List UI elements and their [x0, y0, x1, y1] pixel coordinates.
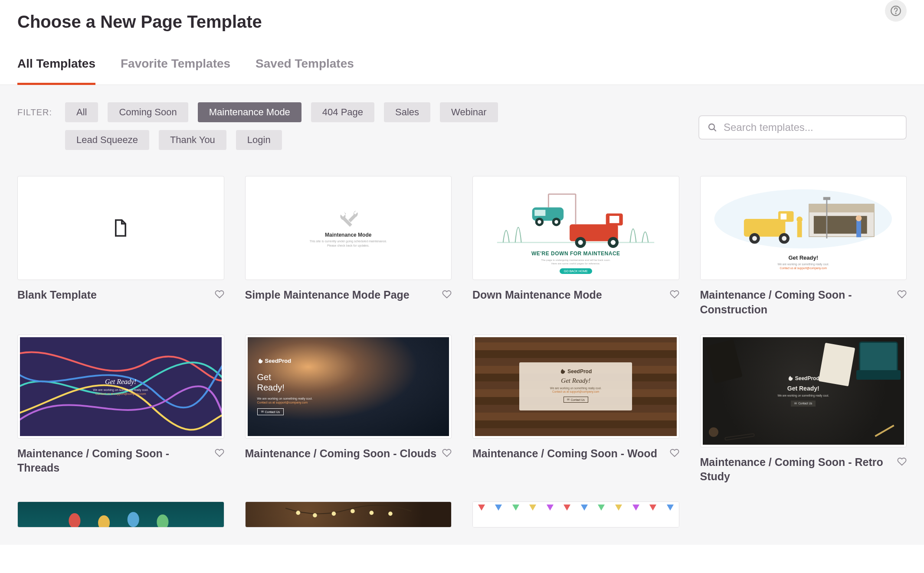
- svg-rect-27: [781, 214, 787, 220]
- svg-point-41: [157, 514, 168, 527]
- preview-heading: GetReady!: [257, 372, 285, 393]
- template-thumbnail-retro-study[interactable]: SeedProd Get Ready! We are working on so…: [700, 335, 907, 447]
- search-input[interactable]: [724, 121, 898, 133]
- svg-point-9: [578, 240, 583, 245]
- preview-link: Contact us at support@company.com: [257, 401, 308, 404]
- filter-chip-login[interactable]: Login: [236, 130, 282, 150]
- tab-saved-templates[interactable]: Saved Templates: [256, 57, 354, 85]
- template-title: Blank Template: [17, 288, 97, 303]
- preview-subtext: The page is undergoing maintenance and w…: [541, 258, 610, 266]
- filter-chip-lead-squeeze[interactable]: Lead Squeeze: [65, 130, 149, 150]
- preview-button: ✉ Contact Us: [564, 397, 588, 403]
- leaf-icon: [257, 358, 263, 364]
- svg-rect-16: [534, 210, 545, 216]
- template-card: [17, 501, 224, 527]
- preview-logo: SeedProd: [257, 358, 292, 364]
- svg-point-38: [69, 513, 80, 527]
- tab-all-templates[interactable]: All Templates: [17, 57, 95, 85]
- template-thumbnail-simple-maintenance[interactable]: Maintenance Mode This site is currently …: [245, 176, 452, 280]
- template-card: Blank Template: [17, 176, 224, 317]
- template-thumbnail-wood[interactable]: SeedProd Get Ready! We are working on so…: [472, 335, 679, 439]
- favorite-icon[interactable]: [670, 290, 679, 299]
- svg-rect-37: [823, 197, 830, 200]
- filter-chip-thank-you[interactable]: Thank You: [159, 130, 226, 150]
- template-thumbnail-blank[interactable]: [17, 176, 224, 280]
- preview-heading: Get Ready!: [788, 254, 818, 261]
- preview-link: Contact us at support@company.com: [552, 390, 599, 393]
- svg-point-46: [369, 511, 374, 515]
- svg-line-3: [714, 129, 716, 131]
- template-title: Maintenance / Coming Soon - Threads: [17, 446, 210, 476]
- preview-button: GO BACK HOME: [560, 268, 592, 274]
- preview-logo: SeedProd: [777, 375, 829, 381]
- page-title: Choose a New Page Template: [17, 12, 907, 32]
- template-card: [472, 501, 679, 527]
- svg-rect-23: [809, 204, 874, 212]
- leaf-icon: [787, 375, 793, 381]
- favorite-icon[interactable]: [897, 290, 907, 299]
- template-thumbnail-partial[interactable]: [245, 501, 452, 527]
- filter-chips: All Coming Soon Maintenance Mode 404 Pag…: [65, 102, 499, 150]
- svg-point-29: [752, 236, 757, 241]
- bulbs-illustration: [246, 502, 452, 527]
- preview-subtext: We are working on something really cool.: [777, 394, 829, 397]
- balloons-illustration: [18, 502, 224, 527]
- template-card: Get Ready! We are working on something r…: [17, 335, 224, 485]
- template-card: SeedProd Get Ready! We are working on so…: [472, 335, 679, 485]
- preview-subtext: We are working on something really cool.: [93, 388, 148, 391]
- favorite-icon[interactable]: [442, 448, 452, 458]
- template-thumbnail-down-maintenance[interactable]: WE'RE DOWN FOR MAINTENACE The page is un…: [472, 176, 679, 280]
- leaf-icon: [560, 368, 566, 374]
- tabs-bar: All Templates Favorite Templates Saved T…: [0, 57, 924, 85]
- filter-chip-sales[interactable]: Sales: [384, 102, 430, 122]
- svg-point-35: [856, 215, 862, 221]
- svg-point-42: [296, 511, 300, 515]
- favorite-icon[interactable]: [215, 448, 224, 458]
- svg-point-11: [611, 240, 616, 245]
- preview-link: Contact us at support@company.com: [93, 392, 148, 395]
- preview-subtext: We are working on something really cool.: [257, 397, 313, 400]
- preview-subtext: This site is currently under going sched…: [309, 239, 387, 247]
- preview-subtext: We are working on something really cool.: [550, 387, 602, 390]
- favorite-icon[interactable]: [897, 457, 907, 466]
- svg-point-1: [895, 13, 896, 13]
- svg-point-31: [782, 236, 787, 241]
- preview-heading: WE'RE DOWN FOR MAINTENACE: [531, 251, 620, 257]
- svg-rect-34: [857, 221, 862, 238]
- template-card: Get Ready! We are working on something r…: [700, 176, 907, 317]
- preview-heading: Get Ready!: [777, 385, 829, 392]
- template-thumbnail-clouds[interactable]: SeedProd GetReady! We are working on som…: [245, 335, 452, 439]
- template-thumbnail-partial[interactable]: [17, 501, 224, 527]
- template-card: WE'RE DOWN FOR MAINTENACE The page is un…: [472, 176, 679, 317]
- template-title: Maintenance / Coming Soon - Wood: [472, 446, 657, 461]
- svg-point-45: [351, 509, 355, 513]
- template-thumbnail-threads[interactable]: Get Ready! We are working on something r…: [17, 335, 224, 439]
- filter-chip-maintenance-mode[interactable]: Maintenance Mode: [198, 102, 301, 122]
- template-title: Simple Maintenance Mode Page: [245, 288, 410, 303]
- svg-point-44: [331, 511, 336, 516]
- preview-heading: Get Ready!: [93, 378, 148, 386]
- filter-chip-coming-soon[interactable]: Coming Soon: [108, 102, 188, 122]
- template-thumbnail-partial[interactable]: [472, 501, 679, 527]
- preview-link: Contact us at support@company.com: [780, 267, 827, 270]
- template-title: Maintenance / Coming Soon - Clouds: [245, 446, 437, 461]
- svg-point-33: [797, 217, 803, 223]
- filter-chip-all[interactable]: All: [65, 102, 98, 122]
- preview-subtext: We are working on something really cool.: [777, 263, 829, 266]
- filter-chip-404-page[interactable]: 404 Page: [311, 102, 374, 122]
- template-title: Maintenance / Coming Soon - Retro Study: [700, 455, 892, 485]
- template-thumbnail-construction[interactable]: Get Ready! We are working on something r…: [700, 176, 907, 280]
- svg-point-43: [313, 513, 317, 518]
- construction-illustration: [708, 186, 898, 251]
- tab-favorite-templates[interactable]: Favorite Templates: [121, 57, 230, 85]
- filter-label: FILTER:: [17, 102, 52, 117]
- svg-point-20: [554, 220, 558, 224]
- search-box[interactable]: [698, 115, 907, 140]
- svg-point-47: [388, 511, 393, 516]
- filter-chip-webinar[interactable]: Webinar: [440, 102, 498, 122]
- favorite-icon[interactable]: [670, 448, 679, 458]
- favorite-icon[interactable]: [442, 290, 452, 299]
- template-card: SeedProd GetReady! We are working on som…: [245, 335, 452, 485]
- favorite-icon[interactable]: [215, 290, 224, 299]
- help-button[interactable]: [885, 0, 907, 22]
